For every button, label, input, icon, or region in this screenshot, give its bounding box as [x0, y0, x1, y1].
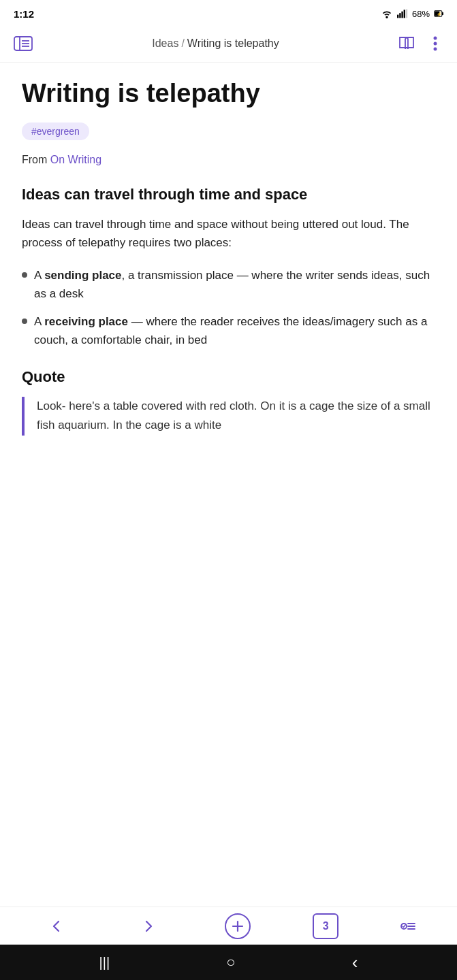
back-button[interactable] — [42, 911, 72, 941]
add-button[interactable] — [225, 913, 251, 939]
battery-indicator: 68% — [412, 9, 430, 19]
page-number-badge[interactable]: 3 — [313, 913, 338, 939]
list-item: A receiving place — where the reader rec… — [22, 312, 435, 349]
blockquote: Look- here's a table covered with red cl… — [22, 397, 435, 435]
android-home-button[interactable]: ○ — [226, 953, 235, 971]
blockquote-text: Look- here's a table covered with red cl… — [37, 397, 435, 435]
android-menu-button[interactable]: ||| — [99, 955, 110, 970]
svg-point-16 — [434, 47, 437, 50]
source-link[interactable]: On Writing — [50, 154, 101, 165]
sidebar-toggle-button[interactable] — [11, 31, 35, 56]
list-item: A sending place, a transmission place — … — [22, 266, 435, 303]
tag-container: #evergreen — [22, 122, 435, 140]
svg-rect-3 — [404, 10, 405, 18]
page-title: Writing is telepathy — [22, 79, 435, 109]
section-heading: Ideas can travel through time and space — [22, 185, 435, 205]
svg-point-14 — [434, 36, 437, 39]
nav-bar: Ideas / Writing is telepathy — [0, 24, 457, 63]
svg-rect-6 — [442, 12, 443, 15]
battery-icon: ⚡ — [434, 9, 443, 18]
bottom-toolbar: 3 — [0, 906, 457, 945]
svg-text:⚡: ⚡ — [437, 12, 442, 17]
tag-evergreen[interactable]: #evergreen — [22, 122, 89, 140]
status-time: 1:12 — [14, 8, 34, 20]
book-view-button[interactable] — [396, 33, 417, 54]
bullet-list: A sending place, a transmission place — … — [22, 266, 435, 350]
signal-icon — [397, 9, 408, 18]
list-item-text: A receiving place — where the reader rec… — [34, 312, 435, 349]
nav-left — [11, 31, 35, 56]
svg-rect-1 — [399, 13, 400, 18]
breadcrumb: Ideas / Writing is telepathy — [152, 37, 279, 50]
breadcrumb-separator: / — [181, 37, 184, 50]
list-item-text: A sending place, a transmission place — … — [34, 266, 435, 303]
forward-button[interactable] — [133, 911, 163, 941]
more-options-button[interactable] — [424, 33, 446, 54]
svg-point-15 — [434, 42, 437, 45]
wifi-icon — [381, 9, 393, 18]
source-prefix: From — [22, 154, 47, 165]
bullet-dot — [22, 318, 27, 324]
svg-rect-0 — [397, 15, 398, 18]
breadcrumb-parent[interactable]: Ideas — [152, 37, 178, 50]
main-content: Writing is telepathy #evergreen From On … — [0, 63, 457, 906]
nav-right — [396, 33, 446, 54]
svg-rect-4 — [406, 10, 407, 18]
bullet-dot — [22, 272, 27, 278]
status-icons: 68% ⚡ — [381, 9, 443, 19]
android-back-button[interactable]: ‹ — [352, 952, 358, 973]
quote-section-heading: Quote — [22, 368, 435, 386]
sort-list-button[interactable] — [400, 919, 415, 933]
body-text: Ideas can travel through time and space … — [22, 215, 435, 252]
android-nav-bar: ||| ○ ‹ — [0, 945, 457, 980]
status-bar: 1:12 68% ⚡ — [0, 0, 457, 24]
breadcrumb-current: Writing is telepathy — [187, 37, 279, 50]
svg-rect-2 — [401, 12, 403, 18]
source-line: From On Writing — [22, 154, 435, 166]
